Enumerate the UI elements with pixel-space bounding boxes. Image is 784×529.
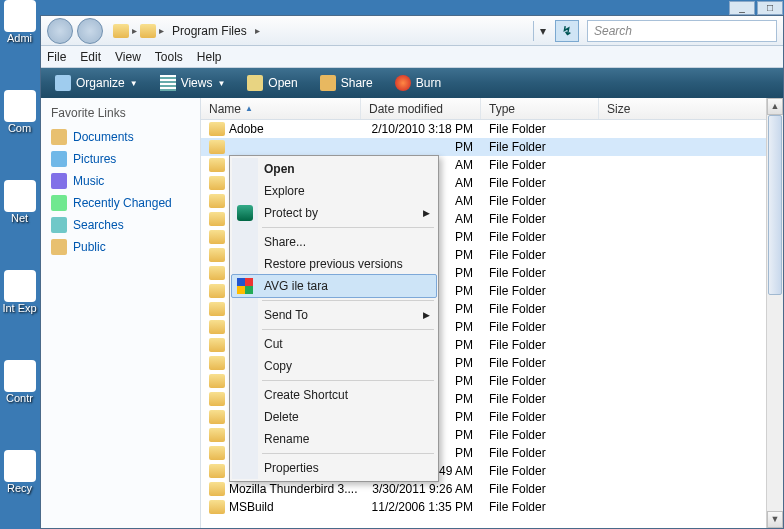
folder-icon [140,24,156,38]
favorite-link[interactable]: Music [51,170,190,192]
minimize-button[interactable]: _ [729,1,755,15]
favorite-link[interactable]: Documents [51,126,190,148]
favorite-link[interactable]: Searches [51,214,190,236]
desktop-icon[interactable]: Com [2,90,37,134]
vertical-scrollbar[interactable]: ▲ ▼ [766,98,783,528]
ctx-copy[interactable]: Copy [232,355,436,377]
ctx-rename[interactable]: Rename [232,428,436,450]
ctx-send-to[interactable]: Send To▶ [232,304,436,326]
table-row[interactable]: Mozilla Thunderbird 3....3/30/2011 9:26 … [201,480,783,498]
menu-edit[interactable]: Edit [80,50,101,64]
folder-icon [209,212,225,226]
menu-file[interactable]: File [47,50,66,64]
folder-icon [209,266,225,280]
ctx-cut[interactable]: Cut [232,333,436,355]
folder-icon [209,374,225,388]
folder-icon [51,195,67,211]
open-icon [247,75,263,91]
table-row[interactable]: Adobe2/10/2010 3:18 PMFile Folder [201,120,783,138]
favorites-heading: Favorite Links [51,106,190,120]
ctx-delete[interactable]: Delete [232,406,436,428]
column-type[interactable]: Type [481,98,599,119]
sort-ascending-icon: ▲ [245,104,253,113]
menu-view[interactable]: View [115,50,141,64]
folder-icon [209,464,225,478]
folder-icon [209,392,225,406]
menu-tools[interactable]: Tools [155,50,183,64]
shield-icon [237,205,253,221]
forward-button[interactable] [77,18,103,44]
column-name[interactable]: Name▲ [201,98,361,119]
folder-icon [51,217,67,233]
organize-button[interactable]: Organize▼ [49,73,144,93]
favorite-link[interactable]: Pictures [51,148,190,170]
burn-button[interactable]: Burn [389,73,447,93]
folder-icon [209,500,225,514]
folder-icon [51,129,67,145]
folder-icon [209,320,225,334]
folder-icon [209,302,225,316]
table-row[interactable]: MSBuild11/2/2006 1:35 PMFile Folder [201,498,783,516]
folder-icon [209,410,225,424]
context-menu: Open Explore Protect by▶ Share... Restor… [229,155,439,482]
folder-icon [51,151,67,167]
chevron-right-icon[interactable]: ▸ [255,25,260,36]
column-size[interactable]: Size [599,98,783,119]
folder-icon [209,122,225,136]
column-headers: Name▲ Date modified Type Size [201,98,783,120]
views-icon [160,75,176,91]
column-date[interactable]: Date modified [361,98,481,119]
ctx-properties[interactable]: Properties [232,457,436,479]
desktop-icon[interactable]: Admi [2,0,37,44]
folder-icon [209,284,225,298]
search-input[interactable]: Search [587,20,777,42]
folder-icon [209,428,225,442]
back-button[interactable] [47,18,73,44]
ctx-avg-scan[interactable]: AVG ile tara [231,274,437,298]
ctx-share[interactable]: Share... [232,231,436,253]
open-button[interactable]: Open [241,73,303,93]
desktop-icon[interactable]: Int Exp [2,270,37,314]
folder-icon [209,140,225,154]
chevron-right-icon[interactable]: ▸ [132,25,137,36]
scroll-up-icon[interactable]: ▲ [767,98,783,115]
desktop-icon[interactable]: Recy [2,450,37,494]
folder-icon [209,338,225,352]
share-icon [320,75,336,91]
breadcrumb-segment[interactable]: Program Files [168,24,251,38]
folder-icon [51,173,67,189]
burn-icon [395,75,411,91]
menu-bar: File Edit View Tools Help [41,46,783,68]
refresh-button[interactable]: ↯ [555,20,579,42]
desktop-icon[interactable]: Contr [2,360,37,404]
ctx-open[interactable]: Open [232,158,436,180]
maximize-button[interactable]: □ [757,1,783,15]
folder-icon [209,446,225,460]
ctx-restore-versions[interactable]: Restore previous versions [232,253,436,275]
folder-icon [209,194,225,208]
menu-help[interactable]: Help [197,50,222,64]
favorite-link[interactable]: Recently Changed [51,192,190,214]
chevron-right-icon[interactable]: ▸ [159,25,164,36]
table-row[interactable]: PMFile Folder [201,138,783,156]
folder-icon [209,176,225,190]
desktop-icon[interactable]: Net [2,180,37,224]
ctx-explore[interactable]: Explore [232,180,436,202]
avg-icon [237,278,253,294]
address-dropdown[interactable]: ▾ [533,21,551,41]
favorite-link[interactable]: Public [51,236,190,258]
folder-icon [209,230,225,244]
scroll-down-icon[interactable]: ▼ [767,511,783,528]
folder-icon [209,248,225,262]
favorites-sidebar: Favorite Links DocumentsPicturesMusicRec… [41,98,201,528]
folder-icon [209,356,225,370]
address-bar-row: ▸ ▸ Program Files ▸ ▾ ↯ Search [41,16,783,46]
computer-icon [113,24,129,38]
folder-icon [209,482,225,496]
scroll-thumb[interactable] [768,115,782,295]
ctx-protect-by[interactable]: Protect by▶ [232,202,436,224]
ctx-create-shortcut[interactable]: Create Shortcut [232,384,436,406]
folder-icon [209,158,225,172]
share-button[interactable]: Share [314,73,379,93]
views-button[interactable]: Views▼ [154,73,232,93]
